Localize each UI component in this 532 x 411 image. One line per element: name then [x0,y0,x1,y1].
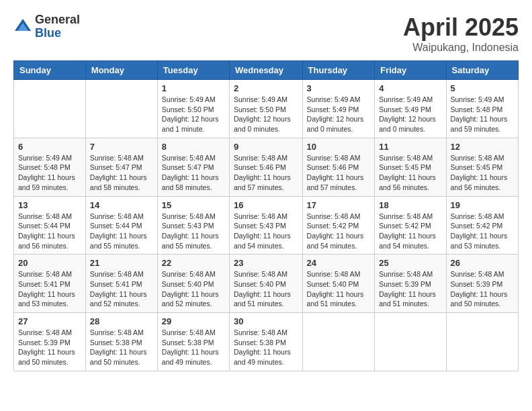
week-row-2: 6Sunrise: 5:49 AM Sunset: 5:48 PM Daylig… [14,138,519,196]
calendar-cell [85,80,157,138]
calendar-cell: 5Sunrise: 5:49 AM Sunset: 5:48 PM Daylig… [446,80,518,138]
day-info: Sunrise: 5:49 AM Sunset: 5:48 PM Dayligh… [451,95,514,134]
day-info: Sunrise: 5:48 AM Sunset: 5:45 PM Dayligh… [379,153,441,193]
day-info: Sunrise: 5:49 AM Sunset: 5:48 PM Dayligh… [18,153,81,193]
calendar-cell: 15Sunrise: 5:48 AM Sunset: 5:43 PM Dayli… [157,196,229,255]
calendar-cell: 16Sunrise: 5:48 AM Sunset: 5:43 PM Dayli… [230,196,303,255]
day-number: 27 [18,316,81,326]
calendar-cell: 25Sunrise: 5:48 AM Sunset: 5:39 PM Dayli… [375,255,446,313]
day-info: Sunrise: 5:48 AM Sunset: 5:40 PM Dayligh… [162,269,225,309]
calendar-cell: 9Sunrise: 5:48 AM Sunset: 5:46 PM Daylig… [230,138,303,196]
calendar-cell: 18Sunrise: 5:48 AM Sunset: 5:42 PM Dayli… [375,196,446,255]
weekday-header-tuesday: Tuesday [157,61,229,80]
calendar-cell [375,313,446,371]
day-info: Sunrise: 5:48 AM Sunset: 5:44 PM Dayligh… [18,212,81,251]
day-info: Sunrise: 5:48 AM Sunset: 5:41 PM Dayligh… [90,269,153,309]
day-info: Sunrise: 5:48 AM Sunset: 5:47 PM Dayligh… [90,153,153,193]
day-number: 9 [234,142,298,152]
day-info: Sunrise: 5:48 AM Sunset: 5:44 PM Dayligh… [90,212,153,251]
day-info: Sunrise: 5:48 AM Sunset: 5:42 PM Dayligh… [451,212,514,251]
day-number: 3 [307,83,371,93]
calendar-cell: 12Sunrise: 5:48 AM Sunset: 5:45 PM Dayli… [446,138,518,196]
calendar-cell: 28Sunrise: 5:48 AM Sunset: 5:38 PM Dayli… [85,313,157,371]
day-info: Sunrise: 5:48 AM Sunset: 5:38 PM Dayligh… [162,328,225,367]
calendar-cell [446,313,518,371]
day-number: 29 [162,316,225,326]
day-info: Sunrise: 5:48 AM Sunset: 5:46 PM Dayligh… [234,153,298,193]
calendar-cell: 17Sunrise: 5:48 AM Sunset: 5:42 PM Dayli… [302,196,375,255]
day-number: 22 [162,258,225,268]
calendar-cell: 3Sunrise: 5:49 AM Sunset: 5:49 PM Daylig… [302,80,375,138]
calendar-cell: 10Sunrise: 5:48 AM Sunset: 5:46 PM Dayli… [302,138,375,196]
day-number: 19 [451,200,514,210]
calendar-cell: 14Sunrise: 5:48 AM Sunset: 5:44 PM Dayli… [85,196,157,255]
day-info: Sunrise: 5:49 AM Sunset: 5:50 PM Dayligh… [162,95,225,134]
day-number: 28 [90,316,153,326]
calendar-cell: 2Sunrise: 5:49 AM Sunset: 5:50 PM Daylig… [230,80,303,138]
logo-icon [13,17,32,36]
week-row-4: 20Sunrise: 5:48 AM Sunset: 5:41 PM Dayli… [14,255,519,313]
day-number: 7 [90,142,153,152]
day-info: Sunrise: 5:48 AM Sunset: 5:43 PM Dayligh… [234,212,298,251]
calendar: SundayMondayTuesdayWednesdayThursdayFrid… [13,60,519,371]
weekday-header-sunday: Sunday [14,61,86,80]
calendar-cell: 22Sunrise: 5:48 AM Sunset: 5:40 PM Dayli… [157,255,229,313]
day-number: 23 [234,258,298,268]
calendar-cell: 21Sunrise: 5:48 AM Sunset: 5:41 PM Dayli… [85,255,157,313]
day-number: 13 [18,200,81,210]
day-number: 15 [162,200,225,210]
logo-text: General Blue [35,13,80,40]
calendar-cell: 19Sunrise: 5:48 AM Sunset: 5:42 PM Dayli… [446,196,518,255]
location: Waipukang, Indonesia [403,42,519,54]
day-info: Sunrise: 5:49 AM Sunset: 5:50 PM Dayligh… [234,95,298,134]
calendar-cell [14,80,86,138]
day-info: Sunrise: 5:48 AM Sunset: 5:45 PM Dayligh… [451,153,514,193]
logo-general: General [35,13,80,27]
day-info: Sunrise: 5:48 AM Sunset: 5:41 PM Dayligh… [18,269,81,309]
month-year: April 2025 [403,13,519,42]
calendar-cell: 13Sunrise: 5:48 AM Sunset: 5:44 PM Dayli… [14,196,86,255]
week-row-3: 13Sunrise: 5:48 AM Sunset: 5:44 PM Dayli… [14,196,519,255]
day-info: Sunrise: 5:49 AM Sunset: 5:49 PM Dayligh… [379,95,441,134]
day-info: Sunrise: 5:48 AM Sunset: 5:40 PM Dayligh… [307,269,371,309]
weekday-header-monday: Monday [85,61,157,80]
day-info: Sunrise: 5:48 AM Sunset: 5:46 PM Dayligh… [307,153,371,193]
calendar-cell: 23Sunrise: 5:48 AM Sunset: 5:40 PM Dayli… [230,255,303,313]
calendar-cell: 4Sunrise: 5:49 AM Sunset: 5:49 PM Daylig… [375,80,446,138]
day-info: Sunrise: 5:48 AM Sunset: 5:39 PM Dayligh… [18,328,81,367]
day-info: Sunrise: 5:48 AM Sunset: 5:43 PM Dayligh… [162,212,225,251]
weekday-header-saturday: Saturday [446,61,518,80]
day-number: 5 [451,83,514,93]
day-info: Sunrise: 5:48 AM Sunset: 5:38 PM Dayligh… [234,328,298,367]
calendar-cell: 24Sunrise: 5:48 AM Sunset: 5:40 PM Dayli… [302,255,375,313]
calendar-cell: 27Sunrise: 5:48 AM Sunset: 5:39 PM Dayli… [14,313,86,371]
day-number: 24 [307,258,371,268]
day-info: Sunrise: 5:48 AM Sunset: 5:47 PM Dayligh… [162,153,225,193]
day-number: 11 [379,142,441,152]
logo-blue: Blue [35,27,80,40]
calendar-cell [302,313,375,371]
day-info: Sunrise: 5:48 AM Sunset: 5:42 PM Dayligh… [379,212,441,251]
calendar-cell: 29Sunrise: 5:48 AM Sunset: 5:38 PM Dayli… [157,313,229,371]
calendar-cell: 11Sunrise: 5:48 AM Sunset: 5:45 PM Dayli… [375,138,446,196]
day-info: Sunrise: 5:48 AM Sunset: 5:40 PM Dayligh… [234,269,298,309]
day-number: 18 [379,200,441,210]
day-number: 6 [18,142,81,152]
week-row-1: 1Sunrise: 5:49 AM Sunset: 5:50 PM Daylig… [14,80,519,138]
day-number: 25 [379,258,441,268]
day-number: 12 [451,142,514,152]
day-number: 8 [162,142,225,152]
page-header: General Blue April 2025 Waipukang, Indon… [13,13,519,54]
calendar-cell: 6Sunrise: 5:49 AM Sunset: 5:48 PM Daylig… [14,138,86,196]
logo: General Blue [13,13,80,40]
calendar-cell: 30Sunrise: 5:48 AM Sunset: 5:38 PM Dayli… [230,313,303,371]
calendar-cell: 1Sunrise: 5:49 AM Sunset: 5:50 PM Daylig… [157,80,229,138]
day-info: Sunrise: 5:48 AM Sunset: 5:39 PM Dayligh… [451,269,514,309]
day-number: 4 [379,83,441,93]
day-number: 1 [162,83,225,93]
day-info: Sunrise: 5:48 AM Sunset: 5:42 PM Dayligh… [307,212,371,251]
day-number: 30 [234,316,298,326]
day-number: 21 [90,258,153,268]
day-number: 17 [307,200,371,210]
weekday-header-thursday: Thursday [302,61,375,80]
